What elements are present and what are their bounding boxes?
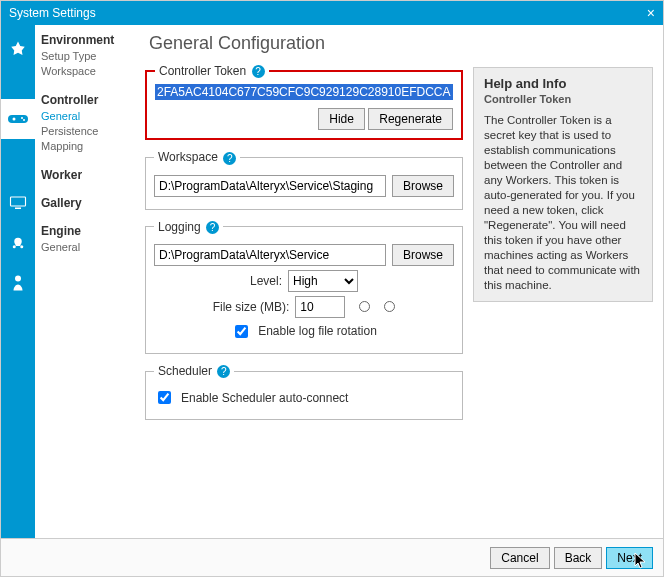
sidebar-item-mapping[interactable]: Mapping [41,139,135,154]
sidebar-title-environment: Environment [41,33,135,47]
titlebar: System Settings × [1,1,663,25]
sidebar-section-gallery[interactable]: Gallery [41,196,135,210]
level-select[interactable]: High [288,270,358,292]
filesize-input[interactable] [295,296,345,318]
sidebar-section-environment[interactable]: Environment Setup Type Workspace [41,33,135,79]
legend-scheduler: Scheduler ? [154,364,234,378]
sidebar-item-engine-general[interactable]: General [41,240,135,255]
sidebar-item-setup-type[interactable]: Setup Type [41,49,135,64]
sidebar-section-worker[interactable]: Worker [41,168,135,182]
legend-token: Controller Token ? [155,64,269,78]
sidebar-title-controller: Controller [41,93,135,107]
browse-logging-button[interactable]: Browse [392,244,454,266]
legend-logging-text: Logging [158,220,201,234]
cancel-button[interactable]: Cancel [490,547,549,569]
rotation-label: Enable log file rotation [258,324,377,338]
window-title: System Settings [9,1,96,25]
scheduler-checkbox[interactable] [158,391,171,404]
svg-point-8 [15,276,21,282]
help-section: Controller Token [484,93,642,105]
nav-icon-gallery[interactable] [1,223,35,263]
nav-icon-worker[interactable] [1,183,35,223]
legend-workspace: Workspace ? [154,150,240,164]
sidebar-section-controller[interactable]: Controller General Persistence Mapping [41,93,135,154]
nav-icon-controller[interactable] [1,99,35,139]
legend-token-text: Controller Token [159,64,246,78]
next-button[interactable]: Next [606,547,653,569]
sidebar: Environment Setup Type Workspace Control… [35,25,141,538]
logging-path-input[interactable] [154,244,386,266]
svg-rect-4 [11,197,26,206]
sidebar-item-env-workspace[interactable]: Workspace [41,64,135,79]
rotation-checkbox[interactable] [235,325,248,338]
svg-point-2 [21,117,23,119]
radio-option-2[interactable] [384,301,395,312]
svg-point-6 [13,245,16,248]
browse-workspace-button[interactable]: Browse [392,175,454,197]
sidebar-item-persistence[interactable]: Persistence [41,124,135,139]
scheduler-label: Enable Scheduler auto-connect [181,391,348,405]
sidebar-title-engine: Engine [41,224,135,238]
legend-scheduler-text: Scheduler [158,364,212,378]
help-icon[interactable]: ? [217,365,230,378]
hide-button[interactable]: Hide [318,108,365,130]
workspace-path-input[interactable] [154,175,386,197]
nav-iconbar [1,25,35,538]
svg-point-7 [20,245,23,248]
fieldset-token: Controller Token ? 2FA5AC4104C677C59CFC9… [145,64,463,140]
nav-icon-environment[interactable] [1,29,35,69]
help-title: Help and Info [484,76,642,91]
legend-logging: Logging ? [154,220,223,234]
svg-rect-0 [8,115,28,123]
filesize-label: File size (MB): [213,300,290,314]
sidebar-title-worker: Worker [41,168,135,182]
help-panel: Help and Info Controller Token The Contr… [473,67,653,302]
level-label: Level: [250,274,282,288]
close-icon[interactable]: × [647,1,655,25]
legend-workspace-text: Workspace [158,150,218,164]
svg-point-1 [13,118,16,121]
sidebar-title-gallery: Gallery [41,196,135,210]
nav-icon-engine[interactable] [1,263,35,303]
fieldset-logging: Logging ? Browse Level: High File size (… [145,220,463,354]
svg-point-3 [23,119,25,121]
footer: Cancel Back Next [1,538,663,576]
config-panel: General Configuration Controller Token ?… [145,29,463,534]
sidebar-item-general[interactable]: General [41,109,135,124]
help-icon[interactable]: ? [252,65,265,78]
help-icon[interactable]: ? [206,221,219,234]
next-button-label: Next [617,551,642,565]
help-body: The Controller Token is a secret key tha… [484,113,642,293]
back-button[interactable]: Back [554,547,603,569]
regenerate-button[interactable]: Regenerate [368,108,453,130]
fieldset-workspace: Workspace ? Browse [145,150,463,209]
radio-option-1[interactable] [359,301,370,312]
page-title: General Configuration [149,33,463,54]
help-icon[interactable]: ? [223,152,236,165]
sidebar-section-engine[interactable]: Engine General [41,224,135,255]
fieldset-scheduler: Scheduler ? Enable Scheduler auto-connec… [145,364,463,420]
svg-rect-5 [15,208,21,210]
token-value[interactable]: 2FA5AC4104C677C59CFC9C929129C28910EFDCCA [155,84,453,100]
